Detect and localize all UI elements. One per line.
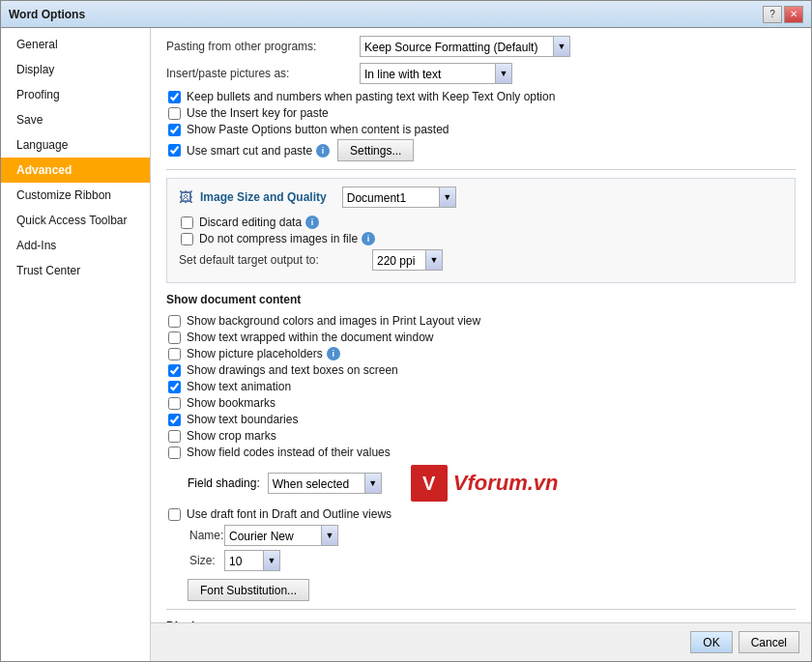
cb-text-animation[interactable] — [168, 381, 181, 393]
divider-1 — [166, 169, 796, 170]
insert-paste-pictures-arrow[interactable]: ▼ — [495, 63, 512, 84]
document-combo[interactable]: Document1 ▼ — [342, 187, 456, 208]
cb-insert-key-label[interactable]: Use the Insert key for paste — [187, 106, 329, 120]
name-value: Courier New — [224, 525, 321, 546]
sidebar-item-display[interactable]: Display — [1, 57, 150, 82]
cb-picture-placeholders-row: Show picture placeholders i — [166, 347, 796, 360]
cb-crop-marks-row: Show crop marks — [166, 429, 796, 443]
cb-discard-row: Discard editing data i — [179, 216, 783, 229]
cb-draft-font[interactable] — [168, 508, 181, 521]
name-combo[interactable]: Courier New ▼ — [224, 525, 338, 546]
cb-discard-label[interactable]: Discard editing data — [199, 216, 302, 229]
image-quality-icon: 🖼 — [179, 189, 192, 205]
cb-smart-cut-label[interactable]: Use smart cut and paste — [187, 144, 312, 158]
pasting-from-programs-arrow[interactable]: ▼ — [553, 36, 570, 57]
main-panel: Pasting from other programs: Keep Source… — [151, 28, 811, 661]
title-bar-buttons: ? ✕ — [763, 6, 803, 23]
cb-compress-label[interactable]: Do not compress images in file — [199, 232, 358, 245]
field-shading-label: Field shading: — [166, 476, 260, 490]
insert-paste-pictures-value: In line with text — [360, 63, 495, 84]
cb-discard[interactable] — [181, 216, 193, 229]
sidebar-item-advanced[interactable]: Advanced — [1, 158, 150, 183]
cb-draft-font-row: Use draft font in Draft and Outline view… — [166, 507, 796, 521]
ppi-combo[interactable]: 220 ppi ▼ — [372, 249, 443, 271]
cb-bg-colors-label[interactable]: Show background colors and images in Pri… — [187, 314, 480, 328]
image-quality-section: 🖼 Image Size and Quality Document1 ▼ Dis… — [166, 178, 796, 283]
cb-text-wrapped[interactable] — [168, 331, 181, 344]
picture-placeholders-info-icon[interactable]: i — [327, 347, 340, 360]
cb-insert-key[interactable] — [168, 107, 181, 120]
name-label: Name: — [166, 529, 224, 542]
sidebar-item-language[interactable]: Language — [1, 132, 150, 158]
show-document-section-title: Show document content — [166, 293, 796, 308]
cb-bookmarks[interactable] — [168, 397, 181, 410]
cb-show-paste-options-row: Show Paste Options button when content i… — [166, 123, 796, 136]
sidebar-item-trust-center[interactable]: Trust Center — [1, 258, 150, 283]
size-combo-arrow[interactable]: ▼ — [263, 550, 280, 571]
pasting-from-programs-combo[interactable]: Keep Source Formatting (Default) ▼ — [360, 36, 570, 57]
watermark-logo-v: V — [411, 465, 448, 502]
ok-button[interactable]: OK — [690, 631, 732, 653]
cb-keep-bullets-row: Keep bullets and numbers when pasting te… — [166, 90, 796, 103]
cb-show-paste-options-label[interactable]: Show Paste Options button when content i… — [187, 123, 450, 136]
cb-smart-cut[interactable] — [168, 144, 181, 157]
sidebar-item-proofing[interactable]: Proofing — [1, 82, 150, 107]
name-combo-arrow[interactable]: ▼ — [321, 525, 338, 546]
ppi-arrow[interactable]: ▼ — [425, 249, 443, 271]
default-target-row: Set default target output to: 220 ppi ▼ — [179, 249, 783, 271]
cb-drawings[interactable] — [168, 364, 181, 377]
image-quality-title: Image Size and Quality — [200, 190, 327, 204]
field-shading-arrow[interactable]: ▼ — [364, 473, 382, 494]
font-substitution-button[interactable]: Font Substitution... — [188, 579, 309, 601]
cb-crop-marks[interactable] — [168, 430, 181, 443]
insert-paste-pictures-row: Insert/paste pictures as: In line with t… — [166, 63, 796, 84]
cb-drawings-row: Show drawings and text boxes on screen — [166, 363, 796, 377]
insert-paste-pictures-label: Insert/paste pictures as: — [166, 67, 360, 80]
cb-compress[interactable] — [181, 233, 193, 245]
divider-2 — [166, 609, 796, 610]
cb-bookmarks-label[interactable]: Show bookmarks — [187, 396, 276, 410]
window-title: Word Options — [9, 8, 763, 21]
cb-draft-font-label[interactable]: Use draft font in Draft and Outline view… — [187, 507, 392, 521]
cb-text-boundaries-label[interactable]: Show text boundaries — [187, 413, 298, 426]
watermark-text: Vforum.vn — [453, 471, 559, 496]
cb-field-codes[interactable] — [168, 446, 181, 459]
cb-drawings-label[interactable]: Show drawings and text boxes on screen — [187, 363, 398, 377]
default-target-label: Set default target output to: — [179, 253, 372, 267]
cb-text-animation-row: Show text animation — [166, 380, 796, 393]
cb-crop-marks-label[interactable]: Show crop marks — [187, 429, 276, 443]
smart-cut-info-icon[interactable]: i — [316, 144, 330, 158]
insert-paste-pictures-combo[interactable]: In line with text ▼ — [360, 63, 512, 84]
cb-show-paste-options[interactable] — [168, 124, 181, 136]
cb-smart-cut-row: Use smart cut and paste i Settings... — [166, 139, 796, 161]
discard-info-icon[interactable]: i — [305, 216, 319, 229]
cb-picture-placeholders[interactable] — [168, 348, 181, 360]
cb-text-wrapped-label[interactable]: Show text wrapped within the document wi… — [187, 331, 433, 344]
close-button[interactable]: ✕ — [784, 6, 803, 23]
cancel-button[interactable]: Cancel — [739, 631, 799, 653]
cb-keep-bullets-label[interactable]: Keep bullets and numbers when pasting te… — [187, 90, 555, 103]
cb-picture-placeholders-label[interactable]: Show picture placeholders — [187, 347, 323, 360]
cb-text-boundaries[interactable] — [168, 414, 181, 426]
sidebar-item-general[interactable]: General — [1, 32, 150, 57]
cb-field-codes-label[interactable]: Show field codes instead of their values — [187, 446, 391, 459]
sidebar-item-quick-access[interactable]: Quick Access Toolbar — [1, 208, 150, 233]
field-shading-combo[interactable]: When selected ▼ — [268, 473, 382, 494]
compress-info-icon[interactable]: i — [362, 232, 375, 245]
sidebar-item-customize-ribbon[interactable]: Customize Ribbon — [1, 183, 150, 208]
main-scroll-area[interactable]: Pasting from other programs: Keep Source… — [151, 28, 811, 622]
cb-text-animation-label[interactable]: Show text animation — [187, 380, 291, 393]
size-value: 10 — [224, 550, 263, 571]
cb-keep-bullets[interactable] — [168, 91, 181, 103]
settings-button[interactable]: Settings... — [337, 139, 414, 161]
document-combo-arrow[interactable]: ▼ — [439, 187, 456, 208]
help-button[interactable]: ? — [763, 6, 782, 23]
pasting-from-programs-value: Keep Source Formatting (Default) — [360, 36, 553, 57]
sidebar-item-addins[interactable]: Add-Ins — [1, 233, 150, 258]
cb-compress-row: Do not compress images in file i — [179, 232, 783, 245]
sidebar-item-save[interactable]: Save — [1, 107, 150, 132]
size-combo[interactable]: 10 ▼ — [224, 550, 280, 571]
cb-bg-colors[interactable] — [168, 315, 181, 328]
cb-insert-key-row: Use the Insert key for paste — [166, 106, 796, 120]
cb-text-wrapped-row: Show text wrapped within the document wi… — [166, 331, 796, 344]
